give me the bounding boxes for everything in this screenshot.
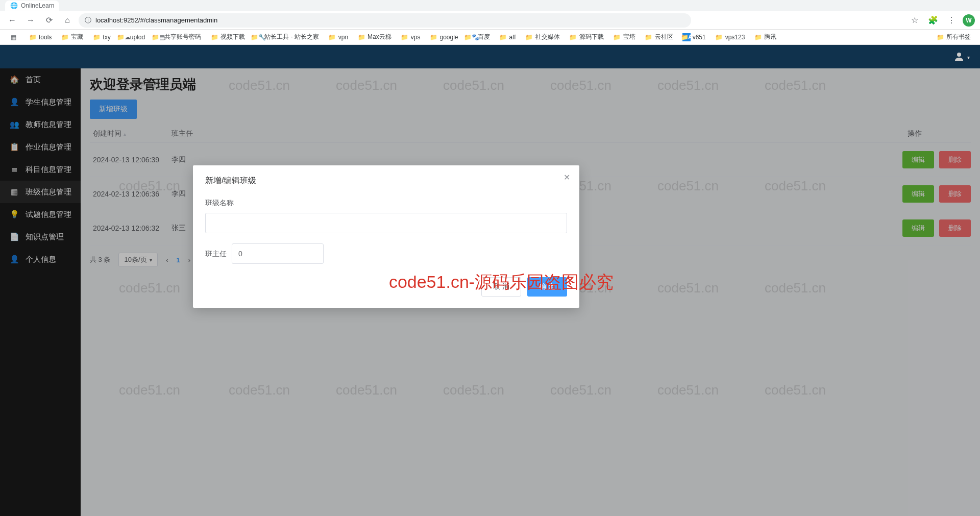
- bookmark-item[interactable]: aff: [496, 32, 519, 42]
- site-info-icon[interactable]: ⓘ: [85, 16, 91, 25]
- bookmark-label: 共享账号密码: [164, 33, 201, 41]
- profile-avatar[interactable]: W: [963, 14, 975, 27]
- bookmark-label: 百度: [478, 33, 490, 41]
- bookmark-star-icon[interactable]: ☆: [908, 13, 922, 28]
- bookmark-label: uplod: [130, 34, 145, 41]
- bookmark-label: Max云梯: [368, 33, 391, 41]
- bookmark-item[interactable]: ☁uplod: [117, 32, 148, 42]
- bookmark-label: 视频下载: [220, 33, 245, 41]
- tab-favicon: 🌐: [10, 2, 18, 9]
- bookmark-item[interactable]: 视频下载: [207, 32, 248, 42]
- bookmark-label: 云社区: [655, 33, 673, 41]
- bookmark-item[interactable]: vpn: [325, 32, 351, 42]
- bookmark-item[interactable]: google: [426, 32, 461, 42]
- bookmark-label: 源码下载: [579, 33, 604, 41]
- bookmark-item[interactable]: Max云梯: [354, 32, 395, 42]
- folder-icon: [210, 33, 218, 41]
- add-edit-class-dialog: ✕ 新增/编辑班级 班级名称 班主任 取 消 确 定: [193, 165, 579, 308]
- bookmark-item[interactable]: tools: [26, 32, 55, 42]
- bookmark-item[interactable]: 宝藏: [58, 32, 86, 42]
- menu-icon[interactable]: ⋮: [944, 13, 959, 28]
- bookmark-all[interactable]: 所有书签: [933, 32, 974, 42]
- bookmark-label: vps123: [725, 34, 745, 41]
- folder-icon: [401, 33, 409, 41]
- bookmark-label: 宝塔: [623, 33, 635, 41]
- folder-icon: [357, 33, 365, 41]
- bookmark-label: 所有书签: [946, 33, 971, 41]
- tab-title: OnlineLearn: [21, 2, 54, 9]
- url-text: localhost:9252/#/classmanagementadmin: [95, 16, 217, 24]
- folder-icon: [429, 33, 437, 41]
- sheet-icon: ▤: [154, 33, 162, 41]
- home-button[interactable]: ⌂: [60, 13, 75, 28]
- bookmark-label: vps: [411, 34, 421, 41]
- bookmark-label: 站长工具 - 站长之家: [264, 33, 319, 41]
- bookmark-item[interactable]: 社交媒体: [522, 32, 563, 42]
- user-menu[interactable]: [953, 51, 970, 63]
- bookmark-label: tools: [39, 34, 52, 41]
- forward-button[interactable]: →: [23, 13, 38, 28]
- dialog-title: 新增/编辑班级: [205, 176, 567, 186]
- bookmark-label: v651: [693, 34, 706, 41]
- folder-icon: [645, 33, 653, 41]
- bookmark-label: google: [439, 34, 458, 41]
- bookmark-label: vpn: [338, 34, 348, 41]
- class-name-input[interactable]: [205, 213, 567, 233]
- class-name-label: 班级名称: [205, 199, 567, 208]
- bookmark-item[interactable]: 宝塔: [610, 32, 639, 42]
- browser-toolbar: ← → ⟳ ⌂ ⓘ localhost:9252/#/classmanageme…: [0, 11, 980, 30]
- bookmark-label: 社交媒体: [535, 33, 560, 41]
- svg-point-0: [957, 53, 961, 57]
- caret-down-icon: [966, 52, 970, 61]
- site-icon: 🔧: [254, 33, 262, 41]
- bookmark-label: 宝藏: [71, 33, 83, 41]
- teacher-input[interactable]: [232, 243, 324, 264]
- bookmark-item[interactable]: [6, 32, 22, 42]
- folder-icon: [569, 33, 577, 41]
- bookmark-label: 腾讯: [764, 33, 776, 41]
- user-icon: [953, 51, 965, 63]
- folder-icon: [499, 33, 507, 41]
- bookmark-item[interactable]: ▤共享账号密码: [151, 32, 204, 42]
- bookmark-item[interactable]: 源码下载: [566, 32, 607, 42]
- folder-icon: [328, 33, 336, 41]
- extensions-icon[interactable]: 🧩: [926, 13, 940, 28]
- bookmark-item[interactable]: 🔧站长工具 - 站长之家: [251, 32, 322, 42]
- bookmark-item[interactable]: 腾讯: [751, 32, 779, 42]
- folder-icon: [715, 33, 723, 41]
- folder-icon: [613, 33, 621, 41]
- folder-icon: [29, 33, 37, 41]
- bookmark-label: aff: [509, 34, 516, 41]
- grid-icon: [9, 33, 17, 41]
- teacher-label: 班主任: [205, 243, 227, 264]
- bookmark-item[interactable]: 云社区: [642, 32, 676, 42]
- folder-icon: [936, 33, 944, 41]
- bookmark-item[interactable]: vps123: [712, 32, 748, 42]
- reload-button[interactable]: ⟳: [42, 13, 56, 28]
- bookmarks-bar: tools宝藏txy☁uplod▤共享账号密码视频下载🔧站长工具 - 站长之家v…: [0, 30, 980, 45]
- cancel-button[interactable]: 取 消: [481, 277, 521, 297]
- confirm-button[interactable]: 确 定: [527, 277, 567, 297]
- bookmark-item[interactable]: Av651: [679, 32, 709, 42]
- folder-icon: [754, 33, 762, 41]
- url-bar[interactable]: ⓘ localhost:9252/#/classmanagementadmin: [79, 13, 691, 28]
- folder-icon: [61, 33, 69, 41]
- folder-icon: [525, 33, 533, 41]
- bookmark-item[interactable]: txy: [89, 32, 113, 42]
- A-icon: A: [682, 33, 691, 41]
- bookmark-item[interactable]: vps: [398, 32, 424, 42]
- paw-icon: 🐾: [468, 33, 476, 41]
- app-header: [0, 45, 980, 68]
- bookmark-label: txy: [103, 34, 110, 41]
- cloud-icon: ☁: [120, 33, 128, 41]
- browser-tab-strip: 🌐 OnlineLearn: [0, 0, 980, 11]
- folder-icon: [92, 33, 101, 41]
- dialog-close-button[interactable]: ✕: [564, 173, 570, 182]
- browser-tab[interactable]: 🌐 OnlineLearn: [5, 1, 59, 11]
- bookmark-item[interactable]: 🐾百度: [464, 32, 493, 42]
- back-button[interactable]: ←: [5, 13, 19, 28]
